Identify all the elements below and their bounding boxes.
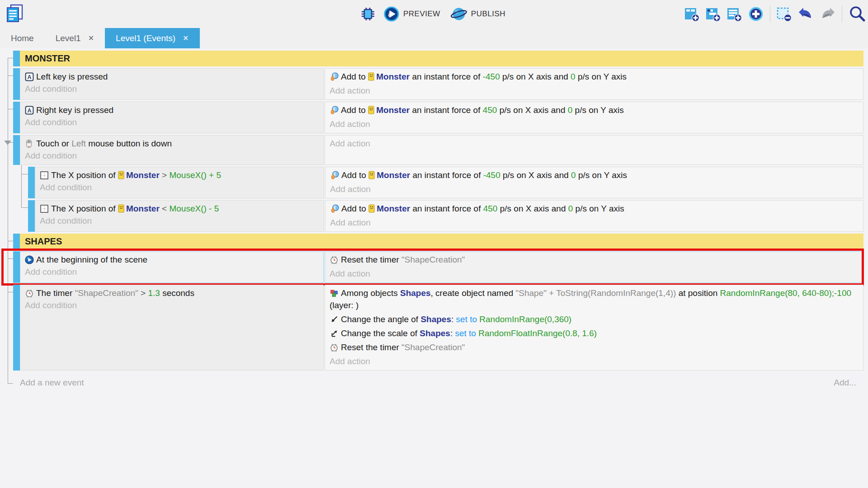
add-action-button[interactable]: Add action (330, 137, 859, 150)
conditions-cell[interactable]: ARight key is pressedAdd condition (20, 102, 324, 133)
delete-event-icon[interactable] (776, 6, 792, 22)
action[interactable]: Reset the timer "ShapeCreation" (330, 341, 859, 353)
condition[interactable]: At the beginning of the scene (25, 253, 319, 266)
group-header[interactable]: SHAPES (20, 234, 863, 249)
add-condition-button[interactable]: Add condition (25, 83, 319, 95)
action[interactable]: Add to Monster an instant force of 450 p… (330, 104, 859, 116)
event-drag-bar[interactable] (13, 285, 20, 371)
action[interactable]: Add to Monster an instant force of -450 … (330, 169, 859, 181)
conditions-cell[interactable]: ALeft key is pressedAdd condition (20, 68, 324, 100)
group-header-row[interactable]: MONSTER (0, 51, 863, 66)
text-segment: Shapes (420, 328, 450, 338)
add-action-button[interactable]: Add action (330, 355, 859, 367)
event-row[interactable]: ARight key is pressedAdd conditionAdd to… (0, 102, 863, 133)
conditions-cell[interactable]: At the beginning of the sceneAdd conditi… (20, 251, 324, 283)
event-row[interactable]: The X position of Monster > MouseX() + 5… (0, 167, 863, 198)
condition[interactable]: The X position of Monster > MouseX() + 5 (40, 169, 319, 181)
tab-bar: Home Level1 ✕ Level1 (Events) ✕ (0, 28, 868, 48)
monster-object-icon (368, 171, 375, 179)
add-comment-icon[interactable] (726, 6, 742, 22)
add-action-button[interactable]: Add action (330, 183, 859, 195)
collapse-arrow-icon[interactable] (4, 141, 11, 145)
add-condition-button[interactable]: Add condition (25, 266, 319, 278)
undo-icon[interactable] (797, 6, 814, 22)
debug-icon[interactable] (360, 6, 376, 22)
actions-cell[interactable]: Add to Monster an instant force of -450 … (325, 68, 863, 100)
actions-cell[interactable]: Add to Monster an instant force of 450 p… (325, 200, 863, 232)
text-segment: "ShapeCreation" (75, 288, 138, 298)
event-drag-bar[interactable] (28, 200, 35, 232)
add-condition-button[interactable]: Add condition (25, 116, 319, 128)
condition[interactable]: ALeft key is pressed (25, 70, 319, 83)
action[interactable]: Change the scale of Shapes: set to Rando… (330, 327, 859, 339)
add-condition-button[interactable]: Add condition (25, 150, 319, 162)
event-drag-bar[interactable] (13, 102, 20, 133)
group-header-row[interactable]: SHAPES (0, 234, 863, 249)
conditions-cell[interactable]: The timer "ShapeCreation" > 1.3 secondsA… (20, 285, 324, 371)
text-segment: : (451, 314, 456, 324)
event-row[interactable]: ALeft key is pressedAdd conditionAdd to … (0, 68, 863, 100)
add-action-button[interactable]: Add action (330, 267, 859, 280)
action[interactable]: Add to Monster an instant force of -450 … (330, 70, 859, 83)
conditions-cell[interactable]: The X position of Monster < MouseX() - 5… (35, 200, 324, 232)
preview-button[interactable]: PREVIEW (381, 4, 443, 24)
project-manager-icon[interactable] (5, 4, 24, 23)
add-action-button[interactable]: Add action (330, 118, 859, 130)
tab-home[interactable]: Home (0, 28, 45, 48)
event-row[interactable]: The timer "ShapeCreation" > 1.3 secondsA… (0, 285, 863, 371)
actions-cell[interactable]: Among objects Shapes, create object name… (325, 285, 863, 371)
condition[interactable]: ARight key is pressed (25, 104, 319, 116)
add-other-icon[interactable] (748, 6, 764, 22)
tab-level1-events[interactable]: Level1 (Events) ✕ (105, 28, 199, 48)
conditions-cell[interactable]: The X position of Monster > MouseX() + 5… (35, 167, 324, 198)
actions-cell[interactable]: Add to Monster an instant force of 450 p… (325, 102, 863, 133)
condition[interactable]: The X position of Monster < MouseX() - 5 (40, 202, 319, 215)
action[interactable]: Reset the timer "ShapeCreation" (330, 253, 859, 266)
add-condition-button[interactable]: Add condition (25, 299, 319, 311)
tab-level1[interactable]: Level1 ✕ (45, 28, 105, 48)
add-subevent-icon[interactable] (705, 6, 721, 22)
close-icon[interactable]: ✕ (88, 34, 94, 42)
group-header[interactable]: MONSTER (20, 51, 863, 66)
add-more-button[interactable]: Add... (834, 378, 856, 388)
add-event-icon[interactable] (684, 6, 699, 22)
event-row[interactable]: The X position of Monster < MouseX() - 5… (0, 200, 863, 232)
angle-icon (330, 315, 339, 324)
add-condition-button[interactable]: Add condition (40, 181, 319, 193)
add-condition-button[interactable]: Add condition (40, 215, 319, 227)
event-drag-bar[interactable] (13, 234, 20, 249)
add-new-event-button[interactable]: Add a new event (20, 378, 84, 388)
close-icon[interactable]: ✕ (183, 34, 189, 42)
svg-text:A: A (27, 74, 31, 80)
redo-icon[interactable] (820, 6, 836, 22)
add-action-button[interactable]: Add action (330, 216, 859, 229)
event-row[interactable]: At the beginning of the sceneAdd conditi… (0, 251, 863, 283)
text-segment: an instant force of (410, 204, 483, 213)
timer-icon (330, 343, 339, 352)
event-drag-bar[interactable] (13, 135, 20, 165)
add-action-button[interactable]: Add action (330, 84, 859, 97)
publish-button[interactable]: PUBLISH (448, 4, 508, 24)
event-row[interactable]: Touch or Left mouse button is downAdd co… (0, 135, 863, 165)
actions-cell[interactable]: Reset the timer "ShapeCreation"Add actio… (325, 251, 863, 283)
condition[interactable]: The timer "ShapeCreation" > 1.3 seconds (25, 287, 319, 299)
conditions-cell[interactable]: Touch or Left mouse button is downAdd co… (20, 135, 324, 165)
keyboard-icon: A (25, 72, 34, 81)
action[interactable]: Add to Monster an instant force of 450 p… (330, 202, 859, 215)
text-segment: Monster (377, 204, 410, 213)
action[interactable]: Change the angle of Shapes: set to Rando… (330, 313, 859, 325)
tab-label: Home (11, 33, 34, 43)
event-drag-bar[interactable] (13, 51, 20, 66)
actions-cell[interactable]: Add to Monster an instant force of -450 … (325, 167, 863, 198)
event-drag-bar[interactable] (13, 68, 20, 100)
monster-object-icon (118, 171, 124, 179)
search-icon[interactable] (848, 5, 866, 23)
event-drag-bar[interactable] (28, 167, 35, 198)
text-segment: Among objects (341, 288, 400, 298)
text-segment: > (160, 170, 170, 180)
action[interactable]: Among objects Shapes, create object name… (330, 287, 859, 311)
text-segment: Add to (341, 72, 368, 81)
event-drag-bar[interactable] (13, 251, 20, 283)
actions-cell[interactable]: Add action (325, 135, 863, 165)
condition[interactable]: Touch or Left mouse button is down (25, 137, 319, 150)
